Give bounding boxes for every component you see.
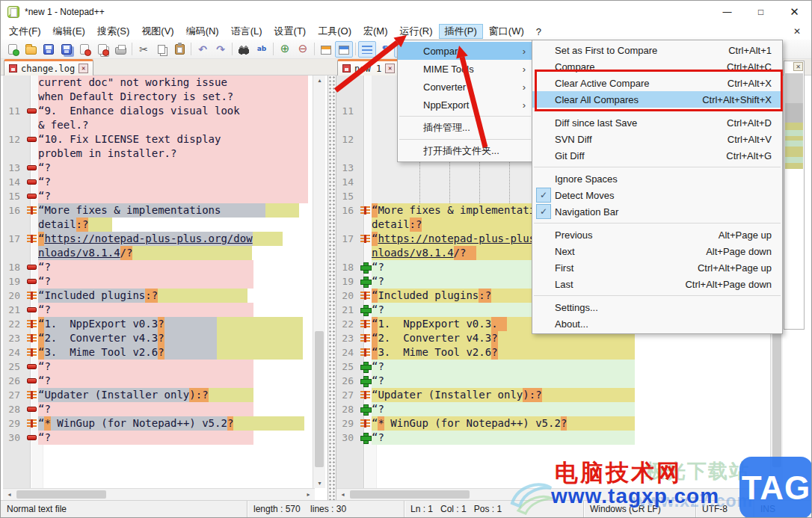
editor-line-28[interactable]: 28“? <box>336 402 770 416</box>
editor-line-wrap[interactable]: & feel.? <box>3 118 313 132</box>
pane-splitter[interactable] <box>327 75 336 500</box>
submenu-item-clear-active-compare[interactable]: Clear Active CompareCtrl+Alt+X <box>532 75 782 91</box>
find-button[interactable] <box>235 41 253 58</box>
editor-line-15[interactable]: 15“? <box>3 189 313 203</box>
editor-line-27[interactable]: 27“Updater (Installer only):? <box>336 388 770 402</box>
editor-line-wrap[interactable]: when Default Directory is set.? <box>3 90 313 104</box>
editor-line-17[interactable]: 17“https://notepad-plus-plus.org/dow <box>3 232 313 246</box>
editor-line-23[interactable]: 23“2. Converter v4.3? <box>3 331 313 345</box>
menubar-item-n[interactable]: 编码(N) <box>180 24 225 39</box>
menubar-item-t[interactable]: 设置(T) <box>268 24 313 39</box>
editor-line-27[interactable]: 27“Updater (Installer only):? <box>3 388 313 402</box>
menubar-item-p[interactable]: 插件(P) <box>439 24 483 39</box>
print-button[interactable] <box>111 41 129 58</box>
menubar-item-m[interactable]: 宏(M) <box>357 24 394 39</box>
submenu-item-settings[interactable]: Settings... <box>532 299 782 315</box>
submenu-item-last[interactable]: LastCtrl+Alt+Page down <box>532 276 782 292</box>
document-close-icon[interactable]: ✕ <box>790 26 804 37</box>
redo-button[interactable]: ↷ <box>212 41 230 58</box>
horizontal-scrollbar[interactable]: ◂ ▸ <box>3 488 315 500</box>
plugin-menu-item-compare[interactable]: Compare› <box>398 42 532 60</box>
open-file-button[interactable] <box>22 41 40 58</box>
editor-line-20[interactable]: 20“Included plugins:? <box>3 289 313 303</box>
editor-line-wrap[interactable]: problem in installer.? <box>3 147 313 161</box>
scroll-left-icon[interactable]: ◂ <box>336 490 349 499</box>
vertical-scrollbar[interactable]: ▴ ▾ <box>313 75 325 488</box>
menubar-item-r[interactable]: 运行(R) <box>393 24 438 39</box>
scroll-left-icon[interactable]: ◂ <box>3 490 16 499</box>
editor-line-26[interactable]: 26“? <box>3 374 313 388</box>
editor-line-14[interactable]: 14“? <box>3 175 313 189</box>
editor-line-29[interactable]: 29“* WinGup (for Notepad++) v5.2? <box>336 416 770 431</box>
editor-line-30[interactable]: 30“? <box>336 431 770 445</box>
scroll-down-icon[interactable]: ▾ <box>313 478 326 488</box>
maximize-button[interactable]: □ <box>744 1 778 23</box>
editor-line-28[interactable]: 28“? <box>3 402 313 416</box>
zoom-out-button[interactable]: ⊖ <box>294 41 312 58</box>
compare-navigation-bar[interactable]: ✕ <box>784 61 805 330</box>
editor-line-19[interactable]: 19“? <box>3 274 313 289</box>
menubar-item-o[interactable]: 工具(O) <box>312 24 357 39</box>
editor-line-12[interactable]: 12“10. Fix LICENSE text display <box>3 132 313 147</box>
editor-line-26[interactable]: 26“? <box>336 374 770 388</box>
scrollbar-thumb[interactable] <box>772 331 781 467</box>
editor-line-18[interactable]: 18“? <box>3 260 313 274</box>
editor-line-29[interactable]: 29“* WinGup (for Notepad++) v5.2? <box>3 416 313 431</box>
save-button[interactable] <box>40 41 58 58</box>
scrollbar-thumb[interactable] <box>350 490 470 499</box>
scrollbar-thumb[interactable] <box>315 331 324 467</box>
new-file-button[interactable] <box>4 41 22 58</box>
editor-line-13[interactable]: 13“? <box>3 161 313 175</box>
scroll-right-icon[interactable]: ▸ <box>302 490 315 499</box>
submenu-item-previous[interactable]: PreviousAlt+Page up <box>532 226 782 243</box>
editor-line-21[interactable]: 21“? <box>3 303 313 317</box>
navbar-close-icon[interactable]: ✕ <box>793 62 803 71</box>
submenu-item-about[interactable]: About... <box>532 315 782 332</box>
submenu-item-detect-moves[interactable]: ✓Detect Moves <box>532 187 782 203</box>
close-all-button[interactable] <box>93 41 111 58</box>
replace-button[interactable]: ab <box>253 41 271 58</box>
show-symbols-button[interactable]: ¶ <box>376 41 394 58</box>
submenu-item-ignore-spaces[interactable]: Ignore Spaces <box>532 170 782 187</box>
tab-close-icon[interactable]: ✕ <box>385 64 395 73</box>
plugin-menu-item-mime-tools[interactable]: MIME Tools› <box>398 60 532 78</box>
menubar-item-w[interactable]: 窗口(W) <box>483 24 530 39</box>
tab-change-log[interactable]: change.log ✕ <box>4 59 93 75</box>
doc-map-button[interactable] <box>317 41 335 58</box>
plugin-menu-item-[interactable]: 插件管理... <box>398 119 532 137</box>
save-all-button[interactable] <box>58 41 76 58</box>
scrollbar-thumb[interactable] <box>16 490 106 499</box>
plugin-menu-item-nppexport[interactable]: NppExport› <box>398 96 532 114</box>
editor-line-22[interactable]: 22“1. NppExport v0.3? <box>3 317 313 331</box>
submenu-item-clear-all-compares[interactable]: Clear All ComparesCtrl+Alt+Shift+X <box>532 91 782 108</box>
close-button[interactable] <box>76 41 93 58</box>
editor-line-wrap[interactable]: detail:? <box>3 218 313 232</box>
cut-button[interactable]: ✂ <box>135 41 153 58</box>
submenu-item-compare[interactable]: CompareCtrl+Alt+C <box>532 58 782 75</box>
plugin-menu-item-converter[interactable]: Converter› <box>398 78 532 96</box>
menubar-item-f[interactable]: 文件(F) <box>3 24 47 39</box>
menubar-item-s[interactable]: 搜索(S) <box>91 24 135 39</box>
zoom-in-button[interactable]: ⊕ <box>276 41 294 58</box>
word-wrap-button[interactable] <box>358 41 376 58</box>
editor-pane-left[interactable]: current doc" not working issuewhen Defau… <box>3 75 327 500</box>
submenu-item-svn-diff[interactable]: SVN DiffCtrl+Alt+V <box>532 131 782 147</box>
editor-line-wrap[interactable]: current doc" not working issue <box>3 75 313 90</box>
menubar-item-?[interactable]: ? <box>530 24 547 39</box>
minimize-button[interactable]: — <box>710 1 744 23</box>
menubar-item-l[interactable]: 语言(L) <box>225 24 268 39</box>
submenu-item-diff-since-last-save[interactable]: Diff since last SaveCtrl+Alt+D <box>532 114 782 131</box>
plugin-menu-item-[interactable]: 打开插件文件夹... <box>398 142 532 160</box>
editor-line-11[interactable]: 11“9. Enhance dialogs visual look <box>3 104 313 118</box>
editor-line-25[interactable]: 25“? <box>336 360 770 374</box>
undo-button[interactable]: ↶ <box>194 41 212 58</box>
menubar-item-v[interactable]: 视图(V) <box>135 24 179 39</box>
copy-button[interactable] <box>153 41 170 58</box>
menubar-item-e[interactable]: 编辑(E) <box>47 24 91 39</box>
submenu-item-navigation-bar[interactable]: ✓Navigation Bar <box>532 203 782 220</box>
scroll-up-icon[interactable]: ▴ <box>313 75 326 85</box>
doc-switcher-button[interactable] <box>335 41 353 58</box>
editor-line-16[interactable]: 16“More fixes & implementations <box>3 203 313 218</box>
editor-line-25[interactable]: 25“? <box>3 360 313 374</box>
submenu-item-git-diff[interactable]: Git DiffCtrl+Alt+G <box>532 147 782 164</box>
